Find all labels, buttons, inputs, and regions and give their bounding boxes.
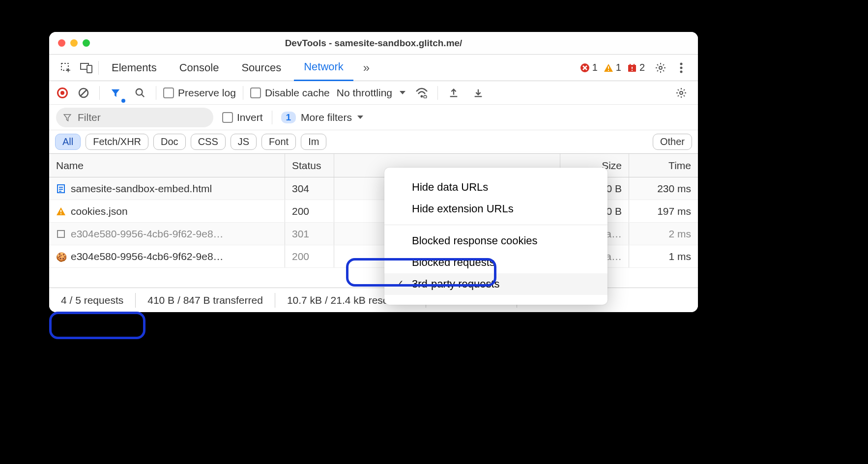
more-filters-dropdown[interactable]: 1 More filters: [281, 112, 364, 123]
device-toolbar-icon[interactable]: [78, 59, 95, 77]
filter-bar: Filter Invert 1 More filters: [49, 105, 698, 130]
chip-js[interactable]: JS: [231, 134, 257, 150]
clear-button[interactable]: [75, 84, 92, 102]
tab-elements[interactable]: Elements: [102, 55, 167, 81]
svg-point-18: [424, 95, 427, 98]
svg-point-15: [136, 88, 143, 95]
svg-rect-4: [608, 66, 609, 69]
devtools-window: DevTools - samesite-sandbox.glitch.me/ E…: [49, 32, 698, 312]
window-title: DevTools - samesite-sandbox.glitch.me/: [49, 38, 698, 49]
generic-file-icon: [56, 229, 66, 239]
filter-blocked-requests[interactable]: Blocked requests: [384, 252, 608, 273]
chip-other[interactable]: Other: [653, 134, 692, 150]
annotation-highlight-requests: [49, 312, 145, 339]
error-badges: 1 1 2: [580, 62, 645, 73]
more-tabs-button[interactable]: »: [356, 61, 376, 75]
resource-type-chips: All Fetch/XHR Doc CSS JS Font Im Other: [49, 130, 698, 154]
svg-rect-7: [632, 67, 633, 69]
svg-rect-26: [58, 231, 64, 237]
chip-doc[interactable]: Doc: [153, 134, 186, 150]
network-settings-icon[interactable]: [672, 84, 690, 102]
filter-hide-data-urls[interactable]: Hide data URLs: [384, 176, 608, 198]
maximize-window-button[interactable]: [83, 39, 90, 47]
svg-point-11: [680, 66, 683, 69]
svg-line-16: [142, 94, 145, 97]
preserve-log-checkbox[interactable]: Preserve log: [163, 87, 236, 99]
tab-console[interactable]: Console: [170, 55, 229, 81]
chip-css[interactable]: CSS: [191, 134, 226, 150]
svg-point-12: [680, 70, 683, 73]
window-controls: [58, 39, 90, 47]
separator: [99, 86, 100, 100]
svg-point-9: [659, 66, 662, 69]
svg-rect-8: [632, 70, 633, 71]
status-requests: 4 / 5 requests: [49, 293, 136, 308]
separator: [384, 225, 608, 225]
download-har-icon[interactable]: [469, 84, 487, 102]
filter-toggle-icon[interactable]: [107, 84, 124, 102]
separator: [243, 86, 243, 100]
settings-icon[interactable]: [652, 59, 669, 77]
tab-sources[interactable]: Sources: [231, 55, 291, 81]
more-filters-popover: Hide data URLs Hide extension URLs Block…: [384, 168, 608, 305]
separator: [98, 61, 99, 75]
filter-placeholder: Filter: [78, 112, 101, 123]
kebab-menu-icon[interactable]: [672, 59, 690, 77]
svg-point-10: [680, 62, 683, 65]
warning-icon: [56, 206, 66, 216]
svg-rect-24: [60, 210, 61, 212]
titlebar: DevTools - samesite-sandbox.glitch.me/: [49, 32, 698, 55]
filter-blocked-response-cookies[interactable]: Blocked response cookies: [384, 230, 608, 252]
close-window-button[interactable]: [58, 39, 65, 47]
separator: [156, 86, 156, 100]
document-icon: [56, 184, 66, 194]
svg-rect-2: [87, 65, 92, 73]
filter-hide-extension-urls[interactable]: Hide extension URLs: [384, 198, 608, 220]
inspect-icon[interactable]: [57, 59, 75, 77]
network-conditions-icon[interactable]: [413, 84, 431, 102]
errors-badge[interactable]: 1: [580, 62, 598, 73]
chip-fetch-xhr[interactable]: Fetch/XHR: [86, 134, 148, 150]
network-toolbar: Preserve log Disable cache No throttling: [49, 81, 698, 105]
warnings-badge[interactable]: 1: [604, 62, 621, 73]
upload-har-icon[interactable]: [445, 84, 463, 102]
minimize-window-button[interactable]: [70, 39, 78, 47]
chip-font[interactable]: Font: [261, 134, 296, 150]
invert-checkbox[interactable]: Invert: [222, 112, 263, 123]
svg-point-17: [421, 95, 423, 97]
col-name[interactable]: Name: [49, 154, 285, 177]
col-status[interactable]: Status: [285, 154, 334, 177]
col-time[interactable]: Time: [629, 154, 698, 177]
svg-point-19: [680, 91, 683, 94]
panel-tabs: Elements Console Sources Network » 1 1 2: [49, 55, 698, 81]
chip-img[interactable]: Im: [301, 134, 326, 150]
filter-input[interactable]: Filter: [56, 108, 213, 127]
svg-rect-25: [60, 213, 61, 214]
filter-3rd-party-requests[interactable]: 3rd-party requests: [384, 273, 608, 295]
svg-line-14: [80, 89, 87, 96]
status-transferred: 410 B / 847 B transferred: [136, 293, 275, 308]
filter-count-badge: 1: [281, 112, 296, 123]
issues-badge[interactable]: 2: [627, 62, 645, 73]
separator: [272, 111, 272, 124]
separator: [437, 86, 438, 100]
tab-network[interactable]: Network: [294, 55, 353, 81]
chip-all[interactable]: All: [55, 134, 81, 150]
search-icon[interactable]: [131, 84, 149, 102]
svg-rect-5: [608, 70, 609, 71]
disable-cache-checkbox[interactable]: Disable cache: [250, 87, 330, 99]
record-button[interactable]: [57, 87, 68, 98]
cookie-icon: 🍪: [56, 252, 66, 261]
throttling-select[interactable]: No throttling: [337, 87, 406, 99]
